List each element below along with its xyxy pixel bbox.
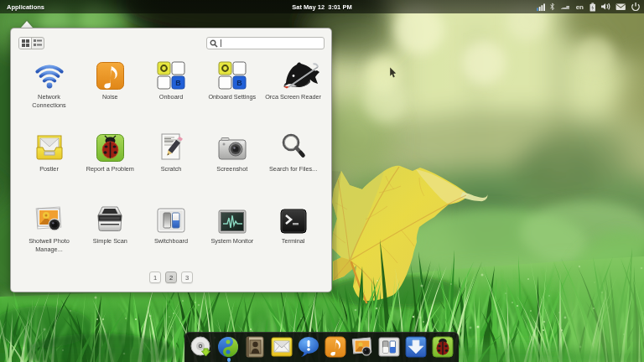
svg-text:B: B [236, 79, 242, 87]
svg-text:B: B [175, 79, 181, 87]
